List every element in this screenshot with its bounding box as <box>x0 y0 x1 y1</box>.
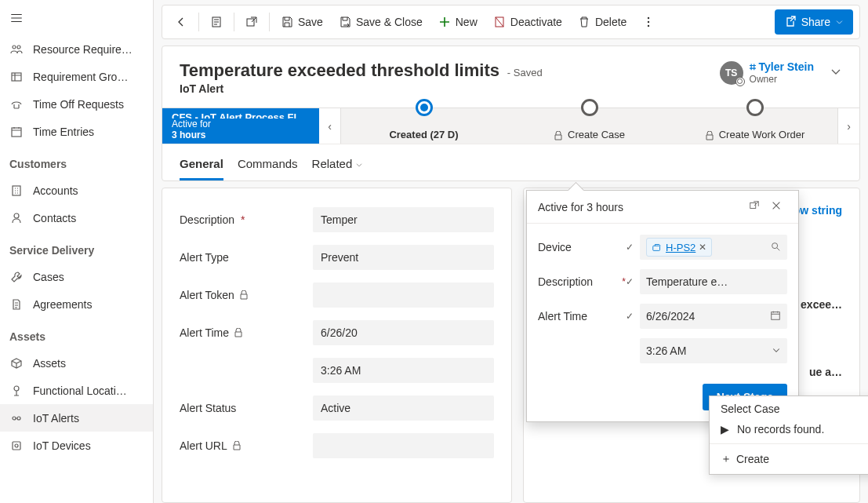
side-panel-line5: ue a… <box>809 366 842 378</box>
separator <box>269 13 270 31</box>
tab-general[interactable]: General <box>180 149 223 180</box>
nav-collapse-button[interactable] <box>0 3 153 35</box>
nav-top-item-1[interactable]: Requirement Gro… <box>0 63 153 90</box>
flyout-desc-label: Description <box>538 275 615 288</box>
input-description[interactable]: Temper <box>313 207 494 232</box>
deactivate-button[interactable]: Deactivate <box>487 9 568 35</box>
nav-asset-item-3[interactable]: IoT Devices <box>0 432 153 459</box>
bpf-stage-2[interactable]: Create Work Order <box>672 108 837 144</box>
building-icon <box>9 184 24 198</box>
nav-svc-item-0[interactable]: Cases <box>0 263 153 290</box>
record-entity-name: IoT Alert <box>180 82 720 95</box>
group-icon <box>9 70 24 84</box>
nav-top-item-2[interactable]: Time Off Requests <box>0 90 153 118</box>
new-button[interactable]: New <box>432 9 484 35</box>
tab-commands[interactable]: Commands <box>238 149 298 180</box>
input-alert-url <box>313 433 494 458</box>
overflow-button[interactable] <box>636 9 661 35</box>
create-button[interactable]: ＋Create <box>721 452 769 466</box>
label-alert-time: Alert Time <box>180 326 229 339</box>
input-alert-type[interactable]: Prevent <box>313 245 494 270</box>
lock-icon <box>232 441 242 450</box>
nav-label: Assets <box>33 357 143 370</box>
nav-label: Accounts <box>33 184 143 197</box>
svg-point-19 <box>772 242 778 248</box>
bpf-scroll-right[interactable]: › <box>837 108 859 144</box>
check-icon: ✓ <box>621 242 634 253</box>
nav-label: Requirement Gro… <box>33 71 143 83</box>
input-alert-status[interactable]: Active <box>313 395 494 421</box>
timeoff-icon <box>9 97 24 111</box>
owner-avatar: TS <box>720 61 743 85</box>
alert-icon <box>9 411 24 425</box>
nav-top-item-0[interactable]: Resource Require… <box>0 35 153 63</box>
nav-label: Functional Locati… <box>33 385 143 397</box>
svg-point-0 <box>13 46 16 49</box>
svg-rect-20 <box>772 312 780 319</box>
bpf-stage-1[interactable]: Create Case <box>507 108 672 144</box>
save-status: - Saved <box>507 67 543 78</box>
play-icon[interactable]: ▶ <box>721 423 729 436</box>
calendar-icon <box>9 125 24 139</box>
nav-cust-item-0[interactable]: Accounts <box>0 177 153 204</box>
chevron-down-icon[interactable] <box>830 65 842 80</box>
input-alert-time-date: 6/26/20 <box>313 320 494 345</box>
search-icon[interactable] <box>770 241 781 254</box>
svg-point-16 <box>648 25 649 27</box>
back-button[interactable] <box>169 9 194 35</box>
lock-icon <box>234 328 243 337</box>
label-alert-status: Alert Status <box>180 402 236 414</box>
nav-cust-item-1[interactable]: Contacts <box>0 204 153 231</box>
lookup-remove-icon[interactable]: ✕ <box>699 242 706 253</box>
nav-label: Contacts <box>33 212 143 224</box>
nav-header-service: Service Delivery <box>0 231 153 263</box>
lock-icon <box>705 131 714 140</box>
lock-icon <box>239 290 249 300</box>
flyout-device-lookup[interactable]: H-PS2✕ <box>640 235 787 260</box>
svg-rect-18 <box>653 246 660 250</box>
flyout-desc-input[interactable]: Temperature e… <box>640 269 787 294</box>
owner-control[interactable]: TS ⌗ Tyler Stein Owner <box>720 60 842 85</box>
save-button[interactable]: Save <box>274 9 329 35</box>
plus-icon: ＋ <box>721 452 732 466</box>
popout-icon[interactable] <box>743 200 765 213</box>
flyout-time-date-input[interactable]: 6/26/2024 <box>640 304 787 329</box>
svg-point-1 <box>17 46 20 49</box>
share-button[interactable]: Share <box>775 9 853 35</box>
calendar-icon[interactable] <box>770 310 781 323</box>
svg-rect-3 <box>12 128 21 137</box>
flyout-title: Active for 3 hours <box>538 201 743 213</box>
business-process-flow: CFS - IoT Alert Process Fl… Active for 3… <box>162 108 859 144</box>
hash-icon: ⌗ <box>750 60 759 73</box>
delete-button[interactable]: Delete <box>572 9 633 35</box>
nav-asset-item-2[interactable]: IoT Alerts <box>0 404 153 432</box>
svg-point-14 <box>648 17 649 19</box>
people-icon <box>9 42 24 56</box>
bpf-title[interactable]: CFS - IoT Alert Process Fl… Active for 3… <box>162 108 319 144</box>
form-selector-button[interactable] <box>204 9 229 35</box>
select-case-popover: Select Case ▶ No records found. ＋Create … <box>709 395 868 475</box>
nav-svc-item-1[interactable]: Agreements <box>0 290 153 318</box>
nav-asset-item-0[interactable]: Assets <box>0 349 153 377</box>
chevron-down-icon[interactable] <box>772 344 781 357</box>
svg-point-6 <box>14 386 19 391</box>
bpf-stage-0[interactable]: Created (27 D) <box>341 108 507 144</box>
nav-label: Resource Require… <box>33 43 143 56</box>
close-icon[interactable] <box>765 200 787 213</box>
record-header-card: Temperature exceeded threshold limits - … <box>162 46 860 181</box>
nav-asset-item-1[interactable]: Functional Locati… <box>0 377 153 404</box>
device-icon <box>9 439 24 453</box>
left-nav: Resource Require…Requirement Gro…Time Of… <box>0 0 154 503</box>
svg-point-8 <box>17 417 20 420</box>
bpf-scroll-left[interactable]: ‹ <box>319 108 341 144</box>
stage-flyout: Active for 3 hours Device ✓ H-PS2✕ Descr… <box>526 190 799 422</box>
nav-top-item-3[interactable]: Time Entries <box>0 118 153 145</box>
input-alert-token <box>313 282 494 308</box>
flyout-time-clock-input[interactable]: 3:26 AM <box>640 338 787 363</box>
svg-rect-9 <box>13 442 20 450</box>
pin-icon <box>9 384 24 398</box>
tab-related[interactable]: Related <box>312 149 364 180</box>
open-record-button[interactable] <box>239 9 264 35</box>
save-close-button[interactable]: Save & Close <box>332 9 429 35</box>
cube-icon <box>9 356 24 370</box>
